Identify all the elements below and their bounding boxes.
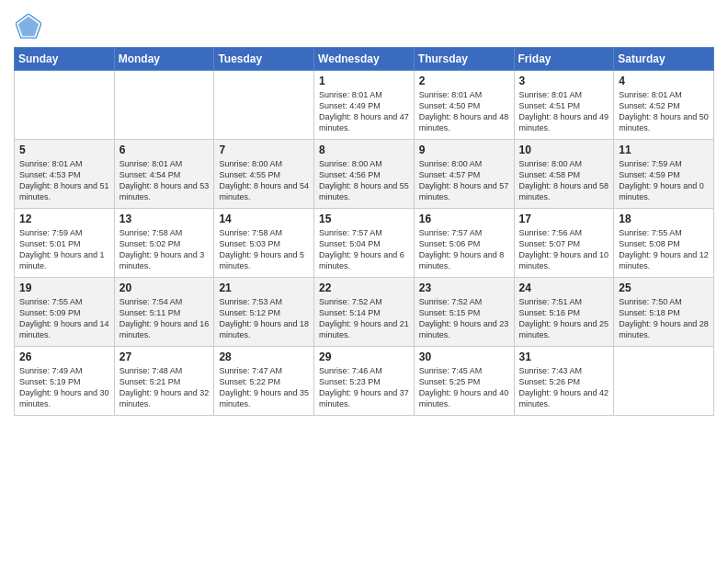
calendar-cell: 30Sunrise: 7:45 AM Sunset: 5:25 PM Dayli…	[414, 347, 514, 416]
day-number: 11	[619, 144, 709, 156]
day-info: Sunrise: 7:46 AM Sunset: 5:23 PM Dayligh…	[319, 365, 409, 410]
weekday-tuesday: Tuesday	[214, 48, 314, 71]
day-number: 28	[219, 350, 309, 363]
logo	[14, 14, 41, 40]
calendar-cell: 11Sunrise: 7:59 AM Sunset: 4:59 PM Dayli…	[614, 140, 714, 209]
day-info: Sunrise: 7:57 AM Sunset: 5:06 PM Dayligh…	[419, 227, 509, 272]
day-info: Sunrise: 7:57 AM Sunset: 5:04 PM Dayligh…	[319, 227, 409, 272]
calendar-cell: 29Sunrise: 7:46 AM Sunset: 5:23 PM Dayli…	[314, 347, 415, 416]
day-info: Sunrise: 7:47 AM Sunset: 5:22 PM Dayligh…	[219, 365, 309, 410]
day-number: 6	[119, 144, 210, 156]
week-row-4: 19Sunrise: 7:55 AM Sunset: 5:09 PM Dayli…	[15, 278, 714, 347]
day-number: 22	[319, 282, 409, 294]
calendar-cell: 10Sunrise: 8:00 AM Sunset: 4:58 PM Dayli…	[514, 140, 614, 209]
week-row-3: 12Sunrise: 7:59 AM Sunset: 5:01 PM Dayli…	[15, 209, 714, 278]
calendar-header: SundayMondayTuesdayWednesdayThursdayFrid…	[15, 48, 714, 71]
page-container: SundayMondayTuesdayWednesdayThursdayFrid…	[0, 0, 728, 420]
weekday-thursday: Thursday	[414, 48, 514, 71]
day-info: Sunrise: 8:01 AM Sunset: 4:54 PM Dayligh…	[119, 158, 210, 203]
day-number: 3	[519, 75, 609, 87]
week-row-2: 5Sunrise: 8:01 AM Sunset: 4:53 PM Daylig…	[15, 140, 714, 209]
day-info: Sunrise: 8:01 AM Sunset: 4:50 PM Dayligh…	[419, 89, 509, 134]
calendar-cell: 31Sunrise: 7:43 AM Sunset: 5:26 PM Dayli…	[514, 347, 614, 416]
day-number: 5	[19, 144, 109, 156]
day-number: 25	[619, 282, 709, 294]
calendar-body: 1Sunrise: 8:01 AM Sunset: 4:49 PM Daylig…	[15, 71, 714, 416]
calendar-cell: 26Sunrise: 7:49 AM Sunset: 5:19 PM Dayli…	[15, 347, 115, 416]
day-info: Sunrise: 7:55 AM Sunset: 5:09 PM Dayligh…	[19, 296, 109, 341]
calendar-cell	[114, 71, 214, 140]
header	[14, 9, 714, 40]
calendar-table: SundayMondayTuesdayWednesdayThursdayFrid…	[14, 47, 714, 416]
day-info: Sunrise: 8:00 AM Sunset: 4:56 PM Dayligh…	[319, 158, 409, 203]
weekday-wednesday: Wednesday	[314, 48, 415, 71]
day-number: 12	[19, 213, 109, 225]
day-number: 19	[19, 282, 109, 294]
day-info: Sunrise: 8:01 AM Sunset: 4:52 PM Dayligh…	[619, 89, 709, 134]
calendar-cell: 14Sunrise: 7:58 AM Sunset: 5:03 PM Dayli…	[214, 209, 314, 278]
weekday-header-row: SundayMondayTuesdayWednesdayThursdayFrid…	[15, 48, 714, 71]
day-info: Sunrise: 7:43 AM Sunset: 5:26 PM Dayligh…	[519, 365, 609, 410]
calendar-cell: 19Sunrise: 7:55 AM Sunset: 5:09 PM Dayli…	[15, 278, 115, 347]
day-info: Sunrise: 7:52 AM Sunset: 5:14 PM Dayligh…	[319, 296, 409, 341]
day-info: Sunrise: 7:55 AM Sunset: 5:08 PM Dayligh…	[619, 227, 709, 272]
day-number: 7	[219, 144, 309, 156]
day-info: Sunrise: 8:00 AM Sunset: 4:57 PM Dayligh…	[419, 158, 509, 203]
day-info: Sunrise: 8:00 AM Sunset: 4:58 PM Dayligh…	[519, 158, 609, 203]
day-number: 24	[519, 282, 609, 294]
weekday-saturday: Saturday	[614, 48, 714, 71]
day-number: 17	[519, 213, 609, 225]
calendar-cell: 16Sunrise: 7:57 AM Sunset: 5:06 PM Dayli…	[414, 209, 514, 278]
day-number: 16	[419, 213, 509, 225]
logo-icon	[16, 14, 41, 40]
day-number: 20	[119, 282, 210, 294]
day-number: 31	[519, 350, 609, 363]
day-info: Sunrise: 7:49 AM Sunset: 5:19 PM Dayligh…	[19, 365, 109, 410]
day-number: 8	[319, 144, 409, 156]
calendar-cell: 6Sunrise: 8:01 AM Sunset: 4:54 PM Daylig…	[114, 140, 214, 209]
day-info: Sunrise: 7:58 AM Sunset: 5:03 PM Dayligh…	[219, 227, 309, 272]
day-number: 9	[419, 144, 509, 156]
day-info: Sunrise: 8:01 AM Sunset: 4:49 PM Dayligh…	[319, 89, 409, 134]
day-number: 23	[419, 282, 509, 294]
weekday-sunday: Sunday	[15, 48, 115, 71]
day-info: Sunrise: 7:52 AM Sunset: 5:15 PM Dayligh…	[419, 296, 509, 341]
calendar-cell: 27Sunrise: 7:48 AM Sunset: 5:21 PM Dayli…	[114, 347, 214, 416]
day-number: 21	[219, 282, 309, 294]
calendar-cell: 15Sunrise: 7:57 AM Sunset: 5:04 PM Dayli…	[314, 209, 415, 278]
calendar-cell: 17Sunrise: 7:56 AM Sunset: 5:07 PM Dayli…	[514, 209, 614, 278]
day-info: Sunrise: 7:59 AM Sunset: 5:01 PM Dayligh…	[19, 227, 109, 272]
calendar-cell: 24Sunrise: 7:51 AM Sunset: 5:16 PM Dayli…	[514, 278, 614, 347]
day-number: 29	[319, 350, 409, 363]
calendar-cell: 23Sunrise: 7:52 AM Sunset: 5:15 PM Dayli…	[414, 278, 514, 347]
calendar-cell: 9Sunrise: 8:00 AM Sunset: 4:57 PM Daylig…	[414, 140, 514, 209]
calendar-cell: 12Sunrise: 7:59 AM Sunset: 5:01 PM Dayli…	[15, 209, 115, 278]
day-number: 26	[19, 350, 109, 363]
day-info: Sunrise: 7:51 AM Sunset: 5:16 PM Dayligh…	[519, 296, 609, 341]
day-number: 30	[419, 350, 509, 363]
day-number: 15	[319, 213, 409, 225]
day-info: Sunrise: 7:53 AM Sunset: 5:12 PM Dayligh…	[219, 296, 309, 341]
day-number: 27	[119, 350, 210, 363]
calendar-cell: 25Sunrise: 7:50 AM Sunset: 5:18 PM Dayli…	[614, 278, 714, 347]
calendar-cell: 7Sunrise: 8:00 AM Sunset: 4:55 PM Daylig…	[214, 140, 314, 209]
calendar-cell: 2Sunrise: 8:01 AM Sunset: 4:50 PM Daylig…	[414, 71, 514, 140]
day-info: Sunrise: 8:01 AM Sunset: 4:51 PM Dayligh…	[519, 89, 609, 134]
day-number: 14	[219, 213, 309, 225]
weekday-friday: Friday	[514, 48, 614, 71]
day-info: Sunrise: 7:48 AM Sunset: 5:21 PM Dayligh…	[119, 365, 210, 410]
calendar-cell: 3Sunrise: 8:01 AM Sunset: 4:51 PM Daylig…	[514, 71, 614, 140]
weekday-monday: Monday	[114, 48, 214, 71]
calendar-cell: 18Sunrise: 7:55 AM Sunset: 5:08 PM Dayli…	[614, 209, 714, 278]
day-info: Sunrise: 7:58 AM Sunset: 5:02 PM Dayligh…	[119, 227, 210, 272]
day-info: Sunrise: 7:56 AM Sunset: 5:07 PM Dayligh…	[519, 227, 609, 272]
day-number: 4	[619, 75, 709, 87]
week-row-1: 1Sunrise: 8:01 AM Sunset: 4:49 PM Daylig…	[15, 71, 714, 140]
day-number: 2	[419, 75, 509, 87]
calendar-cell: 4Sunrise: 8:01 AM Sunset: 4:52 PM Daylig…	[614, 71, 714, 140]
day-info: Sunrise: 8:01 AM Sunset: 4:53 PM Dayligh…	[19, 158, 109, 203]
day-info: Sunrise: 8:00 AM Sunset: 4:55 PM Dayligh…	[219, 158, 309, 203]
calendar-cell: 22Sunrise: 7:52 AM Sunset: 5:14 PM Dayli…	[314, 278, 415, 347]
week-row-5: 26Sunrise: 7:49 AM Sunset: 5:19 PM Dayli…	[15, 347, 714, 416]
day-info: Sunrise: 7:45 AM Sunset: 5:25 PM Dayligh…	[419, 365, 509, 410]
